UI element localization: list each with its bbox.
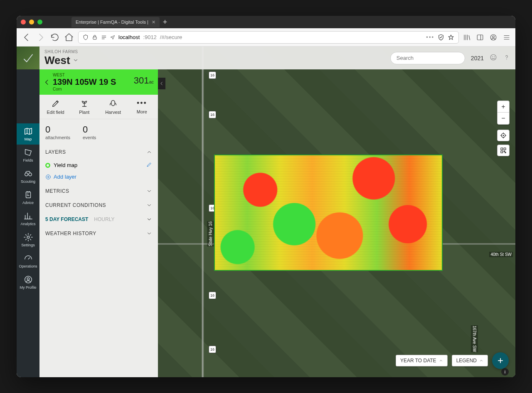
- sidebar-item-operations[interactable]: Operations: [17, 251, 39, 272]
- svg-rect-0: [93, 37, 96, 39]
- enterprise-title[interactable]: West: [44, 54, 79, 67]
- close-tab-icon[interactable]: ✕: [152, 20, 155, 25]
- svg-point-15: [503, 135, 504, 136]
- svg-point-14: [501, 133, 505, 137]
- weather-history-section-header[interactable]: WEATHER HISTORY: [39, 226, 158, 241]
- titlebar: Enterprise | FarmQA - Digital Tools | ✕ …: [17, 16, 515, 28]
- layer-yield-map[interactable]: Yield map: [39, 159, 158, 171]
- edit-field-button[interactable]: Edit field: [43, 99, 68, 115]
- feedback-icon[interactable]: [490, 54, 497, 63]
- map-info-button[interactable]: i: [501, 368, 509, 376]
- svg-point-9: [27, 278, 30, 280]
- plus-circle-icon: [45, 174, 51, 180]
- forward-button[interactable]: [36, 32, 46, 42]
- address-bar[interactable]: localhost:9012/#/secure •••: [78, 31, 459, 44]
- chevron-down-icon: [73, 57, 79, 63]
- locate-button[interactable]: [497, 130, 510, 141]
- forecast-tab-hourly[interactable]: HOURLY: [94, 216, 114, 222]
- chevron-up-icon: [479, 359, 483, 363]
- layer-marker-icon: [45, 163, 50, 168]
- gear-icon: [24, 233, 33, 242]
- sidebar-item-map[interactable]: Map: [17, 123, 39, 145]
- forecast-tab-5day[interactable]: 5 DAY FORECAST: [45, 216, 88, 222]
- url-actions-icon[interactable]: •••: [426, 34, 434, 40]
- plant-icon: [80, 99, 89, 108]
- harvest-button[interactable]: Harvest: [101, 99, 126, 115]
- hwy-badge: 16: [209, 292, 216, 299]
- map-qr-button[interactable]: [497, 145, 510, 156]
- hwy-badge: 16: [209, 71, 216, 79]
- reload-button[interactable]: [50, 32, 60, 42]
- sidebar-item-settings[interactable]: Settings: [17, 229, 39, 251]
- forecast-section-header[interactable]: 5 DAY FORECAST HOURLY: [39, 212, 158, 226]
- more-button[interactable]: ••• More: [129, 99, 154, 115]
- zoom-control: + −: [497, 101, 510, 125]
- menu-icon[interactable]: [503, 34, 510, 41]
- zoom-in-button[interactable]: +: [498, 101, 509, 113]
- sidebar-label: Operations: [19, 264, 37, 268]
- home-button[interactable]: [64, 32, 74, 42]
- collapse-panel-button[interactable]: [158, 78, 165, 89]
- svg-rect-1: [477, 35, 483, 40]
- harvest-icon: [108, 99, 118, 108]
- conditions-section-header[interactable]: CURRENT CONDITIONS: [39, 198, 158, 212]
- sidebar-item-scouting[interactable]: Scouting: [17, 166, 39, 187]
- search-input[interactable]: [390, 52, 465, 64]
- reader-shield-icon[interactable]: [438, 34, 444, 41]
- org-breadcrumb[interactable]: SHILOH FARMS: [44, 49, 79, 54]
- url-path: /#/secure: [160, 34, 182, 40]
- svg-rect-18: [501, 151, 503, 153]
- chevron-down-icon: [146, 202, 152, 208]
- bookmark-star-icon[interactable]: [448, 34, 454, 41]
- new-tab-button[interactable]: +: [163, 18, 167, 27]
- chevron-down-icon: [146, 231, 152, 236]
- tab-title: Enterprise | FarmQA - Digital Tools |: [76, 20, 148, 25]
- minimize-window-button[interactable]: [29, 20, 34, 25]
- back-arrow-icon[interactable]: [44, 79, 50, 86]
- browser-tab[interactable]: Enterprise | FarmQA - Digital Tools | ✕: [71, 17, 160, 27]
- lock-icon: [92, 34, 98, 40]
- add-fab-button[interactable]: +: [492, 352, 509, 369]
- close-window-button[interactable]: [21, 20, 26, 25]
- sidebar-label: Fields: [23, 158, 33, 162]
- chevron-down-icon: [146, 188, 152, 194]
- field-name: 139N 105W 19 S: [53, 77, 116, 87]
- svg-point-4: [25, 173, 27, 176]
- top-bar: SHILOH FARMS West 2021: [39, 47, 515, 69]
- more-icon: •••: [137, 99, 147, 108]
- sidebar-item-advice[interactable]: Advice: [17, 187, 39, 208]
- sidebar-item-profile[interactable]: My Profile: [17, 272, 39, 293]
- events-count[interactable]: 0 events: [83, 124, 96, 140]
- url-port: :9012: [143, 34, 157, 40]
- layers-section-header[interactable]: LAYERS: [39, 145, 158, 159]
- sidebar-item-analytics[interactable]: Analytics: [17, 208, 39, 229]
- sidebar-label: Scouting: [21, 179, 35, 184]
- back-button[interactable]: [22, 32, 32, 42]
- svg-point-10: [490, 54, 496, 60]
- zoom-out-button[interactable]: −: [498, 113, 509, 124]
- road-label: State Hwy 16: [207, 221, 214, 246]
- library-icon[interactable]: [463, 34, 470, 41]
- legend-button[interactable]: LEGEND: [452, 355, 488, 366]
- sidebar-item-fields[interactable]: Fields: [17, 145, 39, 166]
- year-selector[interactable]: 2021: [471, 55, 484, 61]
- analytics-icon: [24, 211, 33, 221]
- metrics-section-header[interactable]: METRICS: [39, 184, 158, 198]
- help-icon[interactable]: [503, 54, 510, 63]
- plant-button[interactable]: Plant: [72, 99, 97, 115]
- sidebar-toggle-icon[interactable]: [476, 34, 484, 41]
- svg-rect-17: [504, 148, 506, 150]
- account-icon[interactable]: [490, 34, 497, 41]
- sidebar-label: Settings: [21, 243, 35, 247]
- year-to-date-button[interactable]: YEAR TO DATE: [396, 355, 448, 366]
- permissions-icon: [101, 34, 107, 40]
- fields-icon: [24, 148, 33, 157]
- add-layer-button[interactable]: Add layer: [39, 171, 158, 184]
- map-icon: [24, 127, 33, 136]
- attachments-count[interactable]: 0 attachments: [45, 124, 70, 140]
- edit-layer-icon[interactable]: [146, 162, 152, 169]
- maximize-window-button[interactable]: [37, 20, 42, 25]
- app-logo[interactable]: [17, 47, 39, 69]
- chevron-up-icon: [439, 359, 443, 363]
- profile-icon: [24, 275, 33, 284]
